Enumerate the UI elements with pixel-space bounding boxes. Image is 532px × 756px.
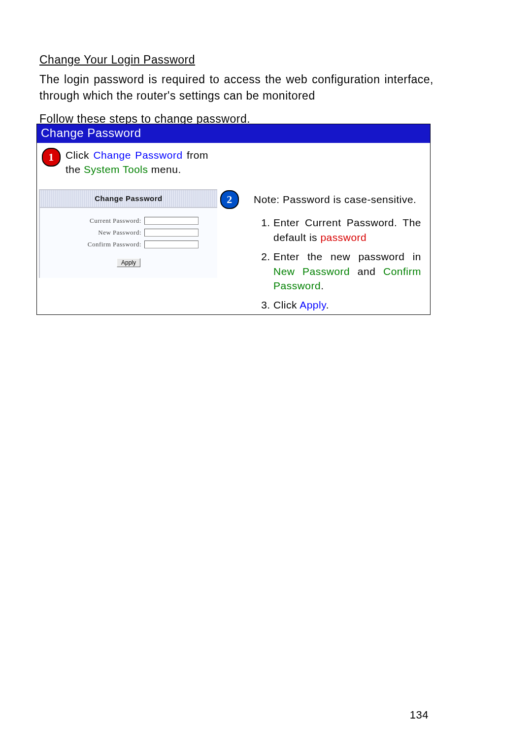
intro-block: Change Your Login Password The login pas… bbox=[39, 53, 433, 126]
list-item-2: Enter the new password in New Password a… bbox=[273, 249, 421, 293]
step1-pre: Click bbox=[66, 149, 93, 161]
form-screenshot: Change Password Current Password: New Pa… bbox=[39, 189, 217, 278]
step1-link: Change Password bbox=[93, 149, 182, 161]
step1-text: Click Change Password from the System To… bbox=[66, 148, 208, 177]
box-body: 1 Click Change Password from the System … bbox=[37, 143, 430, 314]
step2-instructions: Note: Password is case-sensitive. Enter … bbox=[254, 192, 421, 317]
form-row-current: Current Password: bbox=[43, 216, 214, 226]
input-current-password[interactable] bbox=[144, 217, 199, 225]
input-new-password[interactable] bbox=[144, 229, 199, 237]
form-button-row: Apply bbox=[43, 258, 214, 267]
box-title: Change Password bbox=[37, 124, 430, 143]
instruction-box: Change Password 1 Click Change Password … bbox=[36, 124, 431, 315]
document-page: Change Your Login Password The login pas… bbox=[0, 0, 532, 756]
section-heading: Change Your Login Password bbox=[39, 53, 433, 67]
list-item-1: Enter Current Password. The default is p… bbox=[273, 215, 421, 244]
form-row-confirm: Confirm Password: bbox=[43, 240, 214, 249]
form-row-new: New Password: bbox=[43, 228, 214, 238]
li2-e: . bbox=[321, 280, 324, 291]
step-badge-1: 1 bbox=[42, 148, 61, 167]
li2-b: New Password bbox=[273, 266, 350, 277]
label-new-password: New Password: bbox=[43, 229, 144, 237]
instruction-list: Enter Current Password. The default is p… bbox=[254, 215, 421, 312]
li1-b: password bbox=[320, 232, 366, 243]
step-badge-2: 2 bbox=[220, 190, 239, 209]
form-title: Change Password bbox=[40, 190, 217, 208]
input-confirm-password[interactable] bbox=[144, 241, 199, 248]
li2-c: and bbox=[350, 266, 383, 277]
step1-menu: System Tools bbox=[84, 164, 148, 175]
step1-post: menu. bbox=[148, 164, 181, 175]
list-item-3: Click Apply. bbox=[273, 298, 421, 312]
page-number: 134 bbox=[410, 709, 429, 722]
intro-paragraph-1: The login password is required to access… bbox=[39, 71, 433, 104]
li3-c: . bbox=[326, 299, 329, 310]
form-body: Current Password: New Password: Confirm … bbox=[40, 208, 217, 267]
li3-a: Click bbox=[273, 299, 299, 310]
li2-a: Enter the new password in bbox=[273, 251, 421, 262]
label-confirm-password: Confirm Password: bbox=[43, 241, 144, 248]
note-text: Note: Password is case-sensitive. bbox=[254, 192, 421, 206]
apply-button[interactable]: Apply bbox=[117, 258, 140, 267]
label-current-password: Current Password: bbox=[43, 217, 144, 225]
li3-b: Apply bbox=[299, 299, 326, 310]
